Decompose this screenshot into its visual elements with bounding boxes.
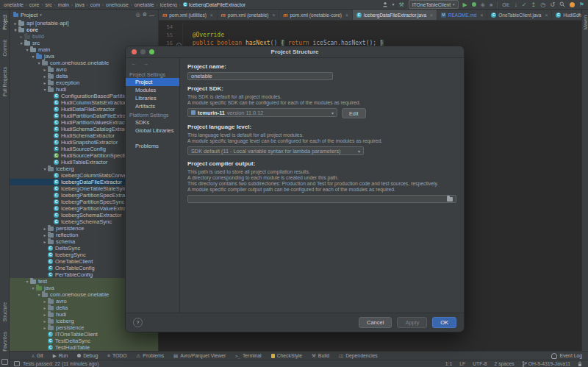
- breadcrumb-item[interactable]: com: [90, 2, 100, 7]
- project-sdk-select[interactable]: temurin-11 version 11.0.12 ▾: [187, 108, 337, 117]
- git-branch-widget[interactable]: OH-9-4319-Java11: [522, 361, 570, 367]
- chevron-expanded-icon[interactable]: ▾: [12, 27, 18, 32]
- hide-icon[interactable]: —: [149, 13, 154, 18]
- history-icon[interactable]: ◷: [540, 1, 545, 8]
- tool-window-button-checkstyle[interactable]: CheckStyle: [271, 353, 302, 358]
- chevron-expanded-icon[interactable]: ▾: [30, 285, 36, 291]
- line-number[interactable]: 55: [159, 32, 175, 38]
- project-name-input[interactable]: [187, 72, 333, 80]
- back-arrow-icon[interactable]: ←: [131, 60, 137, 67]
- notifications-icon[interactable]: [570, 2, 575, 7]
- close-icon[interactable]: ×: [430, 13, 433, 18]
- chevron-expanded-icon[interactable]: ▾: [42, 87, 48, 92]
- language-level-select[interactable]: SDK default (11 - Local variable syntax …: [187, 146, 364, 155]
- tool-window-button-todo[interactable]: ≡TODO: [107, 353, 126, 358]
- rollback-icon[interactable]: ↺: [550, 1, 555, 8]
- chevron-expanded-icon[interactable]: ▾: [24, 279, 30, 284]
- chevron-collapsed-icon[interactable]: ▸: [42, 232, 48, 238]
- breadcrumb-item[interactable]: onetable: [135, 2, 154, 7]
- update-project-icon[interactable]: ↓: [514, 1, 517, 8]
- breadcrumb-item[interactable]: java: [75, 2, 85, 7]
- tool-window-button-debug[interactable]: Debug: [77, 353, 98, 358]
- tree-item[interactable]: CTestHudiTable: [10, 344, 158, 351]
- tool-window-button-avro-parquet-viewer[interactable]: ▤Avro/Parquet Viewer: [173, 353, 226, 359]
- sidebar-item-libraries[interactable]: Libraries: [126, 94, 179, 102]
- chevron-expanded-icon[interactable]: ▾: [18, 40, 24, 46]
- line-ending[interactable]: LF: [459, 361, 465, 366]
- edit-sdk-button[interactable]: Edit: [342, 108, 366, 118]
- chevron-collapsed-icon[interactable]: ▸: [42, 80, 48, 85]
- close-icon[interactable]: ×: [545, 13, 548, 18]
- apply-button[interactable]: Apply: [397, 317, 427, 328]
- close-icon[interactable]: ×: [480, 13, 483, 18]
- zoom-icon[interactable]: [149, 49, 154, 54]
- push-icon[interactable]: ↥: [531, 1, 536, 8]
- breadcrumb-item[interactable]: onehouse: [106, 2, 129, 7]
- caret-position[interactable]: 1:1: [445, 361, 452, 366]
- chevron-collapsed-icon[interactable]: ▸: [42, 299, 48, 304]
- chevron-collapsed-icon[interactable]: ▸: [42, 312, 48, 317]
- chevron-expanded-icon[interactable]: ▾: [24, 47, 30, 52]
- tool-window-button-terminal[interactable]: >_Terminal: [235, 353, 261, 358]
- commit-icon[interactable]: ✓: [522, 1, 527, 8]
- tool-window-button-build[interactable]: ⚒Build: [312, 353, 329, 359]
- sidebar-item-problems[interactable]: Problems: [126, 142, 179, 150]
- breadcrumb-item[interactable]: src: [45, 2, 51, 7]
- minimize-icon[interactable]: [140, 49, 146, 54]
- editor-tab[interactable]: mpom.xml (utilities)×: [159, 10, 218, 20]
- tool-window-corner-icon[interactable]: [1, 359, 8, 365]
- chevron-collapsed-icon[interactable]: ▸: [42, 226, 48, 231]
- compiler-output-input[interactable]: [187, 195, 456, 203]
- sidebar-item-artifacts[interactable]: Artifacts: [126, 102, 179, 110]
- editor-tab[interactable]: COneTableClient.java×: [487, 10, 552, 20]
- editor-tab[interactable]: mpom.xml (onetable-core)×: [279, 10, 352, 20]
- tool-strip-item-favorites[interactable]: Favorites: [2, 332, 7, 352]
- chevron-collapsed-icon[interactable]: ▸: [12, 21, 18, 26]
- close-icon[interactable]: ×: [345, 13, 348, 18]
- help-button[interactable]: ?: [133, 318, 143, 327]
- tree-item[interactable]: CTestDeltaSync: [10, 338, 158, 344]
- tree-item[interactable]: ▸build: [10, 33, 158, 40]
- chevron-collapsed-icon[interactable]: ▸: [42, 325, 48, 330]
- hidden-tabs-chevron-icon[interactable]: ∨: [577, 12, 581, 18]
- cancel-button[interactable]: Cancel: [359, 317, 392, 328]
- sidebar-item-global-libraries[interactable]: Global Libraries: [126, 127, 179, 135]
- chevron-collapsed-icon[interactable]: ▸: [42, 239, 48, 244]
- user-icon[interactable]: [382, 1, 388, 7]
- chevron-collapsed-icon[interactable]: ▸: [42, 74, 48, 79]
- chevron-expanded-icon[interactable]: ▾: [36, 292, 42, 297]
- tool-window-button-git[interactable]: YGit: [32, 353, 43, 358]
- chevron-expanded-icon[interactable]: ▾: [42, 166, 48, 171]
- chevron-collapsed-icon[interactable]: ▸: [42, 67, 48, 72]
- dropdown-arrow-icon[interactable]: ▾: [392, 1, 395, 8]
- run-icon[interactable]: ▶: [463, 1, 467, 8]
- chevron-collapsed-icon[interactable]: ▸: [42, 318, 48, 324]
- line-number[interactable]: 54: [159, 24, 175, 30]
- tool-window-button-dependencies[interactable]: ◫Dependencies: [339, 353, 378, 359]
- close-icon[interactable]: ×: [210, 13, 213, 18]
- forward-arrow-icon[interactable]: →: [143, 60, 148, 67]
- tool-window-button-problems[interactable]: ⚠Problems: [137, 353, 165, 359]
- lock-icon[interactable]: [578, 361, 582, 367]
- breadcrumb-item[interactable]: onetable: [4, 2, 24, 7]
- tool-strip-item-commit[interactable]: Commit: [2, 40, 7, 56]
- ok-button[interactable]: OK: [432, 317, 456, 328]
- tool-strip-item-maven[interactable]: Maven: [583, 15, 588, 30]
- tool-window-button-run[interactable]: ▶Run: [53, 353, 68, 359]
- editor-tab[interactable]: mpom.xml (onetable)×: [218, 10, 280, 20]
- chevron-expanded-icon[interactable]: ▾: [30, 54, 36, 59]
- tree-item[interactable]: ▸api [onetable-api]: [10, 20, 158, 26]
- stop-icon[interactable]: ■: [490, 1, 492, 8]
- settings-gear-icon[interactable]: ⚙: [143, 12, 147, 18]
- breadcrumb-item[interactable]: core: [29, 2, 40, 7]
- build-hammer-icon[interactable]: ⚒: [399, 1, 404, 8]
- indent-setting[interactable]: 2 spaces: [494, 361, 514, 366]
- sidebar-item-project[interactable]: Project: [126, 78, 179, 86]
- tool-strip-item-project[interactable]: Project: [2, 15, 7, 29]
- chevron-down-icon[interactable]: ▾: [40, 13, 42, 17]
- tree-item[interactable]: ▾core: [10, 26, 158, 33]
- sidebar-item-sdks[interactable]: SDKs: [126, 118, 179, 127]
- tool-window-switcher-icon[interactable]: [14, 361, 20, 366]
- chevron-expanded-icon[interactable]: ▾: [36, 60, 42, 65]
- breadcrumb-item[interactable]: main: [58, 2, 69, 7]
